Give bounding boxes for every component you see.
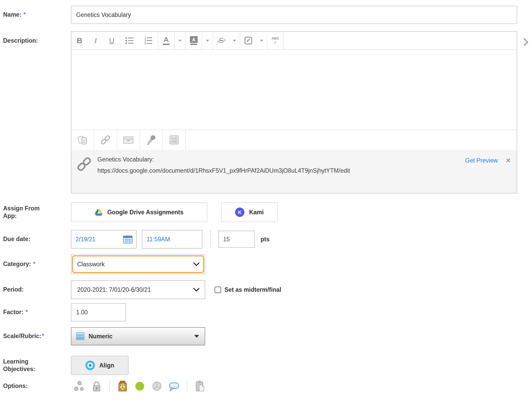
link-attachment: Genetics Vocabulary: https://docs.google… <box>71 150 517 193</box>
align-button[interactable]: Align <box>71 356 129 375</box>
points-input[interactable] <box>218 231 255 248</box>
strikethrough-script-dropdown[interactable] <box>229 32 240 49</box>
lock-icon[interactable] <box>91 380 103 392</box>
chevron-right-icon <box>523 38 529 46</box>
factor-label: Factor:* <box>0 308 71 316</box>
period-select[interactable]: 2020-2021: 7/01/20-6/30/21 <box>71 280 205 299</box>
google-drive-assignments-button[interactable]: Google Drive Assignments <box>71 202 207 222</box>
svg-text:2: 2 <box>144 39 146 42</box>
microphone-icon <box>145 134 157 146</box>
svg-text:3: 3 <box>144 42 146 45</box>
scale-rubric-row: Scale/Rubric:* Numeric <box>0 327 532 345</box>
chevron-down-icon <box>193 288 200 292</box>
comments-icon[interactable] <box>168 380 180 392</box>
numbered-list-button[interactable]: 1 2 3 <box>139 32 158 49</box>
category-select[interactable]: Classwork <box>71 254 205 274</box>
due-time-input[interactable] <box>142 230 202 249</box>
insert-content-button[interactable] <box>240 32 256 49</box>
name-input[interactable] <box>71 6 517 24</box>
points-label: pts <box>261 236 270 243</box>
chevron-down-icon <box>193 262 200 266</box>
required-asterisk: * <box>33 261 35 267</box>
period-row: Period: 2020-2021: 7/01/20-6/30/21 Set a… <box>0 280 532 299</box>
options-divider <box>109 380 110 393</box>
italic-button[interactable]: I <box>88 32 104 49</box>
spell-check-button[interactable]: ABC✓ <box>267 32 283 49</box>
strikethrough-script-button[interactable]: aS3 <box>213 32 229 49</box>
options-divider <box>187 380 187 393</box>
assign-from-app-row: Assign From App: Google Drive Assignment… <box>0 202 532 222</box>
link-icon <box>76 156 92 172</box>
remove-attachment-button[interactable]: ✕ <box>506 157 511 164</box>
insert-content-dropdown[interactable] <box>256 32 267 49</box>
text-color-button[interactable]: A <box>158 32 174 49</box>
chevron-down-icon <box>178 40 182 42</box>
calendar-button[interactable] <box>123 235 132 244</box>
insert-link-button[interactable] <box>94 130 117 150</box>
attachment-title: Genetics Vocabulary: <box>97 156 350 163</box>
options-row: Options: <box>0 380 532 393</box>
description-row: Description: B I U 1 <box>0 31 532 193</box>
divider <box>210 230 211 248</box>
kami-icon: K <box>235 208 244 217</box>
chevron-down-icon <box>260 40 263 42</box>
midterm-final-label: Set as midterm/final <box>224 286 281 293</box>
name-label: Name:* <box>0 11 71 18</box>
insert-file-button[interactable] <box>71 130 94 150</box>
published-icon[interactable] <box>134 380 146 392</box>
toolbar-expand-button[interactable] <box>523 38 529 47</box>
factor-row: Factor:* <box>0 303 532 321</box>
insert-media-icon <box>168 134 180 146</box>
insert-content-icon <box>244 36 253 45</box>
due-date-label: Due date: <box>0 235 71 243</box>
individually-assign-icon[interactable] <box>74 380 85 392</box>
required-asterisk: * <box>42 333 44 339</box>
bulleted-list-icon <box>125 37 134 44</box>
background-color-button[interactable]: A <box>186 32 202 49</box>
due-date-row: Due date: pts <box>0 230 532 249</box>
numbered-list-icon: 1 2 3 <box>144 36 153 45</box>
name-row: Name:* <box>0 6 532 24</box>
category-label: Category:* <box>0 260 71 268</box>
required-asterisk: * <box>25 309 28 315</box>
toolbar-divider <box>283 32 284 49</box>
rich-text-editor: B I U 1 2 3 <box>71 31 517 193</box>
attachment-toolbar <box>71 130 517 150</box>
align-target-icon <box>85 360 95 370</box>
midterm-final-checkbox[interactable] <box>215 287 221 293</box>
svg-text:1: 1 <box>144 36 146 39</box>
grade-statistics-icon[interactable] <box>151 380 163 392</box>
chevron-down-icon <box>206 40 209 42</box>
period-label: Period: <box>0 286 71 293</box>
insert-resource-button[interactable] <box>117 130 140 150</box>
description-label: Description: <box>0 31 71 44</box>
record-audio-button[interactable] <box>140 130 163 150</box>
insert-file-icon <box>77 135 88 145</box>
midterm-final-option: Set as midterm/final <box>215 286 281 293</box>
insert-media-button[interactable] <box>163 130 186 150</box>
text-color-dropdown[interactable] <box>175 32 185 49</box>
scale-rubric-select[interactable]: Numeric <box>71 327 205 345</box>
options-label: Options: <box>0 382 71 390</box>
dropdown-arrow-icon <box>194 335 199 338</box>
learning-objectives-row: Learning Objectives: Align <box>0 356 532 375</box>
category-row: Category:* Classwork <box>0 254 532 274</box>
copy-to-courses-icon[interactable] <box>194 380 206 392</box>
learning-objectives-label: Learning Objectives: <box>0 358 71 373</box>
assign-from-app-label: Assign From App: <box>0 205 71 220</box>
calendar-icon <box>123 235 132 243</box>
editor-toolbar: B I U 1 2 3 <box>71 32 517 50</box>
submissions-dropbox-icon[interactable] <box>117 380 129 392</box>
description-editor-content[interactable] <box>71 50 517 130</box>
get-preview-link[interactable]: Get Preview <box>465 157 498 164</box>
kami-button[interactable]: K Kami <box>221 202 278 222</box>
bulleted-list-button[interactable] <box>120 32 139 49</box>
required-asterisk: * <box>23 11 26 18</box>
bold-button[interactable]: B <box>71 32 88 49</box>
insert-resource-icon <box>123 134 134 146</box>
factor-input[interactable] <box>71 303 126 321</box>
underline-button[interactable]: U <box>104 32 120 49</box>
chevron-down-icon <box>233 40 236 42</box>
scale-rubric-label: Scale/Rubric:* <box>0 332 71 340</box>
background-color-dropdown[interactable] <box>202 32 213 49</box>
